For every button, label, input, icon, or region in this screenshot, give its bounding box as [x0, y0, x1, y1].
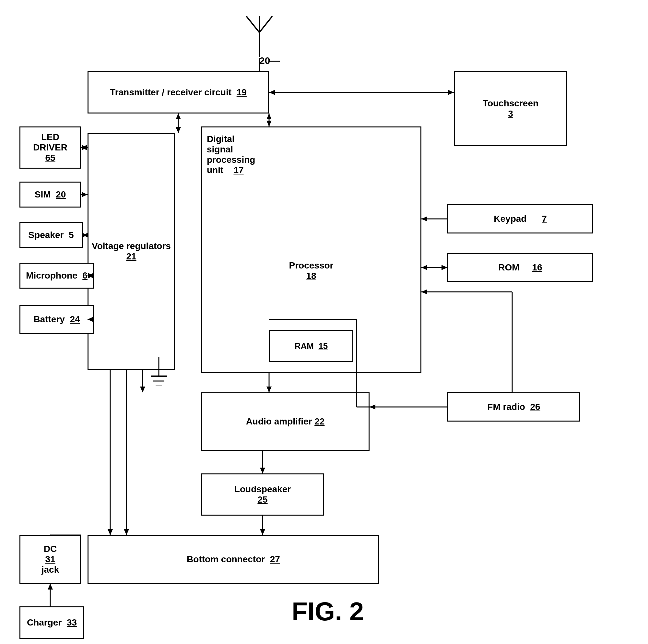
svg-marker-51 — [124, 529, 129, 535]
svg-line-2 — [259, 16, 272, 33]
dsp-processor-box: Digital signal processing unit 17 Proces… — [201, 127, 421, 373]
figure-label: FIG. 2 — [292, 597, 364, 627]
sim-box: SIM 20 — [19, 182, 81, 207]
svg-marker-41 — [370, 404, 375, 409]
loudspeaker-box: Loudspeaker 25 — [201, 474, 324, 515]
svg-marker-39 — [260, 467, 265, 474]
svg-marker-32 — [266, 387, 272, 392]
svg-marker-49 — [108, 529, 113, 535]
diagram: 20— Transmitter / receiver circuit 19 To… — [0, 0, 648, 644]
svg-marker-12 — [448, 90, 454, 95]
svg-marker-30 — [140, 387, 145, 392]
audio-amp-box: Audio amplifier 22 — [201, 392, 370, 451]
svg-marker-36 — [421, 265, 427, 270]
svg-marker-9 — [266, 120, 272, 127]
battery-box: Battery 24 — [19, 305, 94, 334]
svg-line-1 — [247, 16, 259, 33]
svg-marker-34 — [421, 216, 427, 221]
antenna-label: 20— — [259, 55, 280, 66]
voltage-reg-box: Voltage regulators 21 — [88, 133, 175, 370]
svg-marker-45 — [421, 289, 427, 294]
svg-marker-13 — [269, 90, 275, 95]
svg-marker-47 — [260, 529, 265, 535]
svg-marker-7 — [176, 113, 181, 119]
keypad-box: Keypad 7 — [447, 204, 593, 234]
microphone-box: Microphone 6 — [19, 263, 94, 289]
svg-marker-54 — [48, 584, 53, 590]
charger-box: Charger 33 — [19, 606, 84, 639]
transmitter-box: Transmitter / receiver circuit 19 — [88, 71, 269, 113]
svg-marker-6 — [176, 127, 181, 133]
led-driver-box: LED DRIVER 65 — [19, 127, 81, 168]
speaker-box: Speaker 5 — [19, 222, 83, 248]
bottom-connector-box: Bottom connector 27 — [88, 535, 379, 584]
svg-marker-15 — [82, 145, 88, 150]
antenna-icon — [240, 6, 279, 58]
svg-marker-16 — [81, 145, 87, 150]
touchscreen-box: Touchscreen 3 — [454, 71, 567, 146]
rom-box: ROM 16 — [447, 253, 593, 282]
svg-marker-10 — [266, 113, 272, 119]
svg-marker-18 — [82, 192, 88, 197]
fm-radio-box: FM radio 26 — [447, 392, 580, 422]
svg-marker-37 — [441, 265, 447, 270]
dc-jack-box: DC 31 jack — [19, 535, 81, 584]
